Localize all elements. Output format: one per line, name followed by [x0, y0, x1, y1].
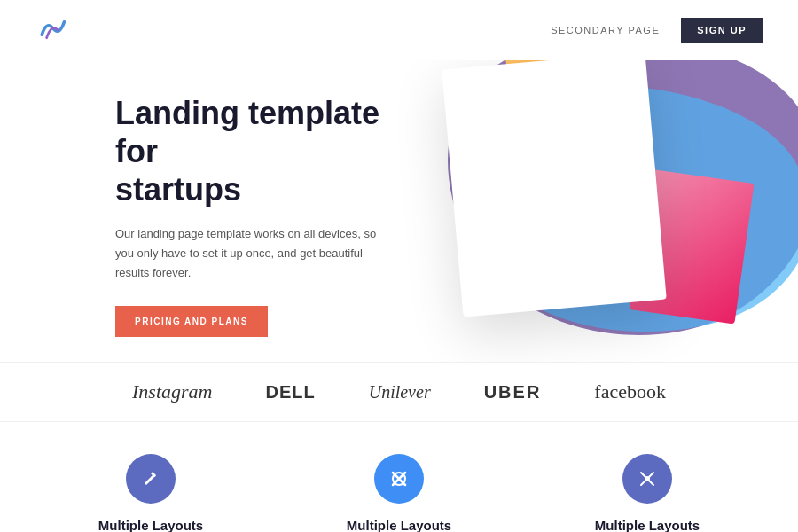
secondary-page-link[interactable]: SECONDARY PAGE — [551, 25, 660, 35]
feature-title-3: Multiple Layouts — [595, 518, 700, 532]
logo-icon — [35, 12, 67, 44]
features-section: Multiple Layouts A pseudo-Latin text use… — [0, 422, 798, 532]
logo-dell: DELL — [265, 382, 315, 403]
navbar: SECONDARY PAGE SIGN UP — [0, 0, 798, 60]
hero-section: Landing template for startups Our landin… — [0, 60, 798, 362]
feature-item-3: Multiple Layouts A pseudo-Latin text use… — [559, 454, 736, 532]
hero-card-main — [442, 60, 667, 317]
logos-section: Instagram DELL Unilever UBER facebook — [0, 362, 798, 422]
hero-text: Landing template for startups Our landin… — [115, 94, 426, 338]
feature-title-2: Multiple Layouts — [347, 518, 451, 532]
feature-item-1: Multiple Layouts A pseudo-Latin text use… — [62, 454, 239, 532]
logo-uber: UBER — [484, 382, 542, 403]
pricing-button[interactable]: PRICING AND PLANS — [115, 306, 268, 337]
feature-icon-1 — [126, 454, 176, 504]
logo-facebook: facebook — [594, 380, 666, 403]
logo-unilever: Unilever — [369, 382, 431, 403]
signup-button[interactable]: SIGN UP — [681, 18, 763, 43]
logo[interactable] — [35, 12, 67, 48]
feature-title-1: Multiple Layouts — [98, 518, 203, 532]
hero-description: Our landing page template works on all d… — [115, 224, 381, 283]
feature-icon-3 — [622, 454, 672, 504]
hero-heading: Landing template for startups — [115, 94, 426, 209]
svg-point-4 — [645, 476, 650, 481]
logo-instagram: Instagram — [132, 380, 212, 403]
feature-icon-2 — [374, 454, 424, 504]
nav-right: SECONDARY PAGE SIGN UP — [551, 18, 763, 43]
feature-item-2: Multiple Layouts A pseudo-Latin text use… — [310, 454, 488, 532]
